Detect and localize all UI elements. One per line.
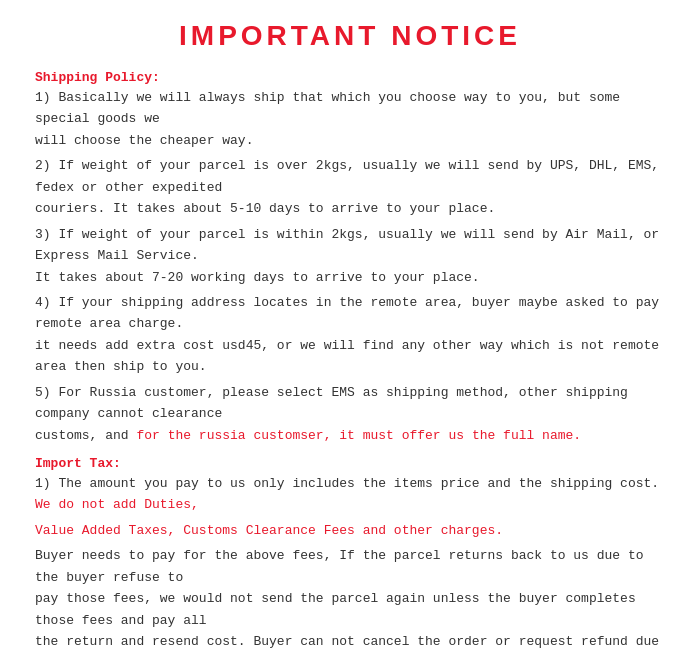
shipping-item-2-line1: 2) If weight of your parcel is over 2kgs…: [35, 158, 659, 194]
shipping-item-1-line2: will choose the cheaper way.: [35, 133, 253, 148]
import-tax-line1-before: 1) The amount you pay to us only include…: [35, 476, 659, 491]
shipping-policy-section: Shipping Policy: 1) Basically we will al…: [35, 70, 665, 446]
shipping-item-5: 5) For Russia customer, please select EM…: [35, 382, 665, 446]
shipping-item-2-line2: couriers. It takes about 5-10 days to ar…: [35, 201, 495, 216]
shipping-item-1-line1: 1) Basically we will always ship that wh…: [35, 90, 620, 126]
import-tax-line1-red: We do not add Duties,: [35, 497, 199, 512]
import-tax-heading: Import Tax:: [35, 456, 665, 471]
shipping-item-5-red: for the russia customser, it must offer …: [136, 428, 581, 443]
shipping-policy-heading: Shipping Policy:: [35, 70, 665, 85]
import-tax-line3-text: Buyer needs to pay for the above fees, I…: [35, 548, 644, 584]
shipping-item-2: 2) If weight of your parcel is over 2kgs…: [35, 155, 665, 219]
shipping-item-1: 1) Basically we will always ship that wh…: [35, 87, 665, 151]
shipping-item-4: 4) If your shipping address locates in t…: [35, 292, 665, 378]
import-tax-line4-text: pay those fees, we would not send the pa…: [35, 591, 636, 627]
import-tax-line5-text: the return and resend cost. Buyer can no…: [35, 634, 659, 655]
import-tax-line2: Value Added Taxes, Customs Clearance Fee…: [35, 520, 665, 541]
import-tax-line2-red: Value Added Taxes, Customs Clearance Fee…: [35, 523, 503, 538]
import-tax-section: Import Tax: 1) The amount you pay to us …: [35, 456, 665, 655]
shipping-item-3: 3) If weight of your parcel is within 2k…: [35, 224, 665, 288]
shipping-item-3-line2: It takes about 7-20 working days to arri…: [35, 270, 480, 285]
import-tax-line1: 1) The amount you pay to us only include…: [35, 473, 665, 516]
shipping-item-5-line1: 5) For Russia customer, please select EM…: [35, 385, 628, 421]
shipping-item-3-line1: 3) If weight of your parcel is within 2k…: [35, 227, 659, 263]
shipping-item-5-line2: customs, and: [35, 428, 136, 443]
page-title: IMPORTANT NOTICE: [35, 20, 665, 52]
shipping-item-4-line1: 4) If your shipping address locates in t…: [35, 295, 659, 331]
shipping-item-4-line2: it needs add extra cost usd45, or we wil…: [35, 338, 659, 374]
import-tax-line3: Buyer needs to pay for the above fees, I…: [35, 545, 665, 655]
